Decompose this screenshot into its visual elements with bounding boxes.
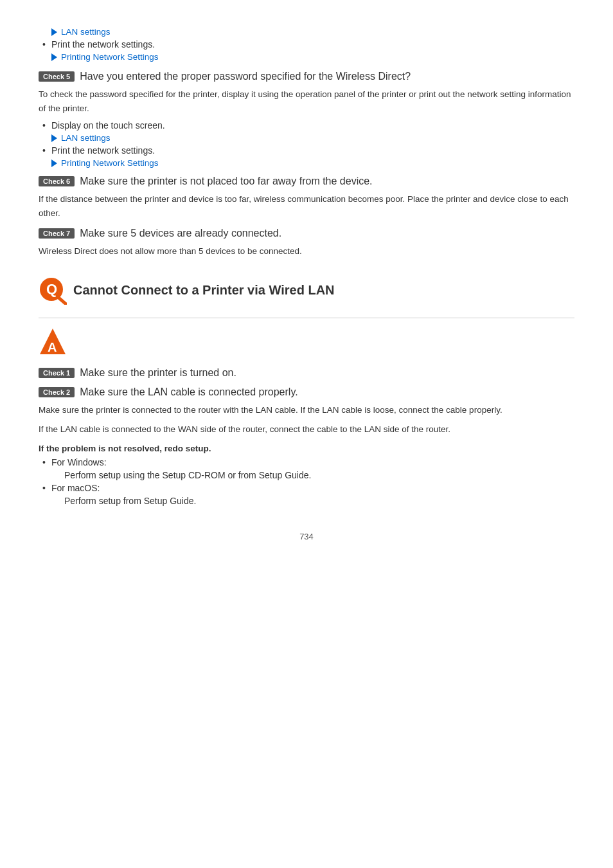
check5-bullet-print-list: Print the network settings.: [39, 145, 574, 156]
check5-bullet-list: Display on the touch screen.: [39, 120, 574, 131]
top-bullet-print: Print the network settings.: [51, 39, 574, 50]
check7-badge: Check 7: [39, 228, 75, 239]
check5-bullet-display: Display on the touch screen.: [51, 120, 574, 131]
wired-check1-heading: Check 1 Make sure the printer is turned …: [39, 367, 574, 379]
lan-link-top-label: LAN settings: [61, 27, 111, 37]
printing-arrow-link-top[interactable]: Printing Network Settings: [39, 52, 574, 62]
a-icon: A: [39, 327, 67, 356]
lan-arrow-link-top[interactable]: LAN settings: [39, 27, 574, 37]
check7-heading: Check 7 Make sure 5 devices are already …: [39, 228, 574, 239]
wired-check2-title: Make sure the LAN cable is connected pro…: [80, 386, 298, 398]
page-content: LAN settings Print the network settings.…: [39, 27, 574, 541]
check7-title: Make sure 5 devices are already connecte…: [80, 228, 281, 239]
svg-text:Q: Q: [46, 281, 57, 297]
resolution-macos-detail: Perform setup from Setup Guide.: [51, 496, 574, 506]
section-divider: [39, 318, 574, 318]
wired-check1-badge: Check 1: [39, 368, 75, 378]
top-bullet-list: Print the network settings.: [39, 39, 574, 50]
check5-bullet-print: Print the network settings.: [51, 145, 574, 156]
check5-arrow-icon-lan: [51, 134, 57, 142]
check5-printing-arrow-link[interactable]: Printing Network Settings: [39, 158, 574, 168]
wired-lan-question-section: Q Cannot Connect to a Printer via Wired …: [39, 276, 574, 305]
check6-body: If the distance between the printer and …: [39, 192, 574, 220]
check5-badge: Check 5: [39, 71, 75, 82]
check6-title: Make sure the printer is not placed too …: [80, 176, 372, 187]
check6-badge: Check 6: [39, 176, 75, 186]
resolution-windows-bullet: For Windows: Perform setup using the Set…: [51, 457, 574, 480]
resolution-macos-bullet: For macOS: Perform setup from Setup Guid…: [51, 483, 574, 506]
arrow-icon-top: [51, 53, 57, 61]
resolution-block: If the problem is not resolved, redo set…: [39, 444, 574, 506]
wired-check1-title: Make sure the printer is turned on.: [80, 367, 236, 379]
svg-text:A: A: [48, 340, 57, 354]
wired-check2-badge: Check 2: [39, 387, 75, 397]
check5-heading: Check 5 Have you entered the proper pass…: [39, 71, 574, 82]
check5-arrow-icon-printing: [51, 159, 57, 167]
resolution-bold-note: If the problem is not resolved, redo set…: [39, 444, 574, 453]
wired-check2-heading: Check 2 Make sure the LAN cable is conne…: [39, 386, 574, 398]
printing-link-top-label: Printing Network Settings: [61, 52, 159, 62]
wired-lan-q-title: Cannot Connect to a Printer via Wired LA…: [73, 283, 335, 298]
resolution-bullet-list: For Windows: Perform setup using the Set…: [39, 457, 574, 506]
check5-body: To check the password specified for the …: [39, 87, 574, 115]
check5-lan-arrow-link[interactable]: LAN settings: [39, 133, 574, 143]
page-number: 734: [39, 532, 574, 541]
check5-title: Have you entered the proper password spe…: [80, 71, 411, 82]
check5-printing-link-label: Printing Network Settings: [61, 158, 159, 168]
resolution-windows-detail: Perform setup using the Setup CD-ROM or …: [51, 470, 574, 480]
wired-check2-body1: Make sure the printer is connected to th…: [39, 403, 574, 417]
check5-lan-link-label: LAN settings: [61, 133, 111, 143]
wired-check2-body2: If the LAN cable is connected to the WAN…: [39, 422, 574, 437]
top-continuation: LAN settings Print the network settings.…: [39, 27, 574, 62]
q-icon: Q: [39, 276, 67, 305]
arrow-icon: [51, 28, 57, 36]
check7-body: Wireless Direct does not allow more than…: [39, 244, 574, 258]
check6-heading: Check 6 Make sure the printer is not pla…: [39, 176, 574, 187]
